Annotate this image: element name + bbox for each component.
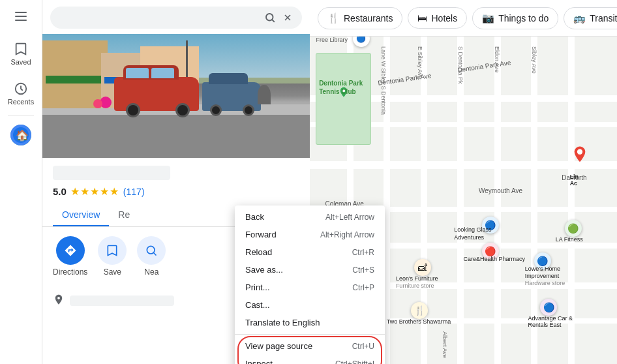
- recents-label: Recents: [8, 98, 34, 106]
- directions-label: Directions: [53, 267, 87, 277]
- left-panel: 5.0 ★★★★★ (117) Overview Re Directions: [42, 0, 310, 364]
- rating-score: 5.0: [53, 186, 67, 197]
- svg-line-5: [272, 20, 274, 22]
- pill-hotels-label: Hotels: [431, 13, 457, 23]
- search-icons: [264, 12, 293, 23]
- free-library-label: Free Library: [316, 37, 348, 43]
- directions-button[interactable]: Directions: [53, 236, 87, 277]
- lowes-label: Lowe's HomeImprovementHardware store: [525, 265, 565, 286]
- restaurant-icon: 🍴: [327, 12, 340, 24]
- top-bar: 🍴 Restaurants 🛏 Hotels 📷 Things to do 🚌 …: [310, 0, 617, 37]
- ctx-inspect-shortcut: Ctrl+Shift+I: [335, 359, 374, 365]
- pill-transit[interactable]: 🚌 Transit: [564, 7, 617, 29]
- search-bar-wrap: [42, 0, 310, 34]
- nearby-button[interactable]: Nea: [137, 236, 166, 277]
- hotel-icon: 🛏: [417, 12, 427, 23]
- la-fitness-label: LA Fitness: [556, 236, 583, 243]
- ctx-print-label: Print...: [245, 282, 270, 292]
- saved-label: Saved: [10, 58, 31, 66]
- ctx-forward-label: Forward: [245, 230, 277, 239]
- ctx-print[interactable]: Print... Ctrl+P: [235, 279, 385, 296]
- save-button[interactable]: Save: [98, 236, 127, 277]
- review-count: (117): [123, 187, 145, 197]
- nearby-label: Nea: [144, 267, 158, 277]
- svg-point-4: [266, 14, 273, 21]
- ctx-view-source-shortcut: Ctrl+U: [352, 342, 374, 351]
- pill-things-label: Things to do: [498, 13, 549, 23]
- pill-restaurants-label: Restaurants: [344, 13, 393, 23]
- save-circle: [98, 236, 127, 265]
- park-label: Dentonia ParkTennis Club: [319, 79, 363, 96]
- albert-label: Albert Ave: [442, 331, 448, 358]
- search-input[interactable]: [59, 12, 259, 23]
- ctx-view-source[interactable]: View page source Ctrl+U: [235, 337, 385, 355]
- tab-overview[interactable]: Overview: [53, 203, 109, 226]
- lane-label-3: S Dentonia Pk: [457, 46, 464, 84]
- dentonia-park-ave-label-2: Dentonia Park Ave: [457, 59, 511, 73]
- sidebar-item-saved[interactable]: Saved: [0, 37, 42, 71]
- context-menu: Back Alt+Left Arrow Forward Alt+Right Ar…: [235, 205, 385, 364]
- location-icon: [53, 294, 65, 308]
- hamburger-menu[interactable]: [10, 7, 32, 26]
- sidebar: Saved Recents 🏠: [0, 0, 42, 364]
- advantage-label: Advantage Car &Rentals East: [528, 315, 573, 329]
- street-view-image: [42, 34, 310, 158]
- lane-label-4: Eldon Ave: [494, 46, 500, 72]
- place-info: 5.0 ★★★★★ (117): [42, 158, 310, 203]
- tab-reviews[interactable]: Re: [109, 203, 139, 226]
- close-icon[interactable]: [282, 12, 293, 23]
- lane-label-2: E Sibley Ave: [417, 46, 423, 79]
- search-icon[interactable]: [264, 12, 276, 23]
- ctx-inspect[interactable]: Inspect Ctrl+Shift+I: [235, 355, 385, 364]
- ctx-inspect-label: Inspect: [245, 359, 273, 364]
- stars: ★★★★★: [70, 185, 119, 198]
- transit-icon: 🚌: [573, 12, 586, 24]
- sidebar-divider: [8, 115, 34, 115]
- svg-point-11: [577, 149, 582, 154]
- ctx-reload-shortcut: Ctrl+R: [352, 248, 374, 257]
- main-location-pin: LinAc: [570, 145, 590, 187]
- ctx-cast[interactable]: Cast...: [235, 296, 385, 314]
- leons-label: Leon's FurnitureFurniture store: [396, 275, 438, 290]
- pill-transit-label: Transit: [590, 13, 617, 23]
- ctx-translate[interactable]: Translate to English: [235, 314, 385, 331]
- lane-label-5: Sibley Ave: [531, 46, 537, 74]
- ctx-back-label: Back: [245, 212, 264, 222]
- ctx-back-shortcut: Alt+Left Arrow: [325, 213, 374, 222]
- nearby-circle: [137, 236, 166, 265]
- pill-restaurants[interactable]: 🍴 Restaurants: [318, 7, 402, 29]
- ctx-back[interactable]: Back Alt+Left Arrow: [235, 208, 385, 226]
- sidebar-item-recents[interactable]: Recents: [0, 76, 42, 111]
- ctx-save-shortcut: Ctrl+S: [352, 265, 374, 275]
- rating-row: 5.0 ★★★★★ (117): [53, 185, 299, 198]
- ctx-forward[interactable]: Forward Alt+Right Arrow: [235, 226, 385, 243]
- ctx-translate-label: Translate to English: [245, 318, 320, 327]
- pill-things-to-do[interactable]: 📷 Things to do: [472, 7, 558, 29]
- lane-label-1: Lane W Sibley S Dentonia: [380, 46, 387, 115]
- ctx-divider: [235, 334, 385, 335]
- looking-glass-label: Looking GlassAdventures: [454, 226, 491, 241]
- weymouth-label: Weymouth Ave: [479, 187, 522, 194]
- ctx-reload[interactable]: Reload Ctrl+R: [235, 243, 385, 261]
- search-bar: [50, 7, 302, 29]
- ctx-save-label: Save as...: [245, 265, 283, 275]
- ctx-print-shortcut: Ctrl+P: [352, 283, 374, 292]
- directions-circle: [56, 236, 85, 265]
- ctx-forward-shortcut: Alt+Right Arrow: [320, 230, 374, 239]
- avatar[interactable]: 🏠: [10, 125, 31, 145]
- shawarma-label: Two Brothers Shawarma: [387, 318, 451, 325]
- ctx-view-source-label: View page source: [245, 341, 312, 351]
- svg-point-8: [147, 246, 155, 254]
- save-label: Save: [104, 267, 121, 277]
- ctx-cast-label: Cast...: [245, 300, 270, 310]
- pill-hotels[interactable]: 🛏 Hotels: [408, 7, 467, 29]
- park-area: [316, 53, 371, 145]
- pharmacy-label: Care&Health Pharmacy: [464, 256, 526, 262]
- bottom-address: [70, 296, 174, 306]
- camera-icon: 📷: [482, 12, 494, 24]
- ctx-highlight-group: View page source Ctrl+U Inspect Ctrl+Shi…: [235, 337, 385, 364]
- ctx-reload-label: Reload: [245, 247, 272, 257]
- svg-text:🏠: 🏠: [16, 129, 29, 142]
- ctx-save[interactable]: Save as... Ctrl+S: [235, 261, 385, 279]
- place-name: [53, 166, 170, 180]
